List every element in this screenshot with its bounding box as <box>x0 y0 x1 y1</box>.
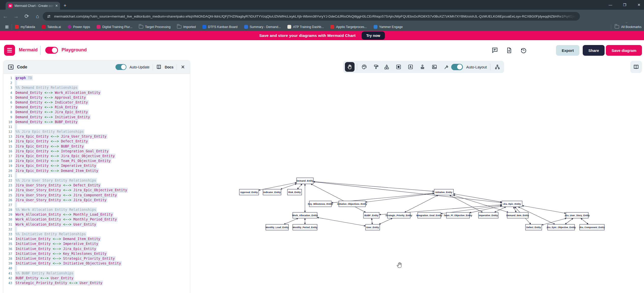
diagram-node-BUBF_Entity[interactable]: BUBF_Entity <box>363 212 379 218</box>
diagram-node-Risk_Entity[interactable]: Risk_Entity <box>287 189 302 195</box>
diagram-node-User_Entity[interactable]: User_Entity <box>365 224 380 230</box>
diagram-node-Demand_Item_Entity[interactable]: Demand_Item_Entity <box>506 212 529 218</box>
history-icon[interactable] <box>520 47 527 54</box>
code-line[interactable]: 5Demand_Entity <--> Approval_Entity <box>4 95 190 100</box>
url-bar[interactable]: mermaidchart.com/play?utm_source=mermaid… <box>43 12 580 21</box>
diagram-node-Team_Pi_Objective_Entity[interactable]: Team_Pi_Objective_Entity <box>444 212 472 218</box>
code-line[interactable]: 41%% BUBF Entity Relationships <box>4 271 190 276</box>
bookmark-item[interactable]: Apptio Targetproces... <box>330 25 367 29</box>
comments-icon[interactable] <box>491 47 498 54</box>
code-line[interactable]: 2 <box>4 80 190 85</box>
code-line[interactable]: 10Demand_Entity <--> BUBF_Entity <box>4 120 190 124</box>
diagram-node-Indicator_Entity[interactable]: Indicator_Entity <box>263 189 281 195</box>
auto-update-toggle[interactable] <box>115 64 126 70</box>
diagram-node-Jira_Component_Entity[interactable]: Jira_Component_Entity <box>579 224 605 230</box>
diagram-node-Initiative_Objectives_Entity[interactable]: Initiative_Objectives_Entity <box>337 201 367 207</box>
window-restore-button[interactable]: ❐ <box>622 3 627 7</box>
site-settings-icon[interactable] <box>47 14 51 19</box>
bookmark-item[interactable]: Takeda.ai <box>42 25 61 29</box>
pan-tool-button[interactable] <box>345 62 355 72</box>
diagram-node-Monthly_Period_Entity[interactable]: Monthly_Period_Entity <box>292 224 317 230</box>
code-line[interactable]: 8Demand_Entity <--> Jira_Epic_Entity <box>4 110 190 114</box>
code-line[interactable]: 12%% Jira Epic Entity Relationships <box>4 129 190 134</box>
code-line[interactable]: 34Initiative_Entity <--> Demand_Item_Ent… <box>4 237 190 241</box>
diagram-canvas[interactable]: Demand_EntityApproval_EntityIndicator_En… <box>190 60 644 293</box>
bookmark-item[interactable]: myTakeda <box>15 25 35 29</box>
code-line[interactable]: 22%% Jira User Story Entity Relationship… <box>4 178 190 183</box>
bookmark-item[interactable]: DTFS Kanban Board <box>202 25 238 29</box>
back-icon[interactable]: ← <box>0 13 11 19</box>
code-line[interactable]: 26Jira_User_Story_Entity <--> Jira_Epic_… <box>4 198 190 202</box>
window-minimize-button[interactable]: — <box>608 3 613 7</box>
code-line[interactable]: 16Jira_Epic_Entity <--> Integration_Goal… <box>4 149 190 154</box>
stamp-tool-button[interactable] <box>418 62 427 72</box>
save-diagram-button[interactable]: Save diagram <box>606 45 642 56</box>
apps-grid-icon[interactable] <box>3 25 11 29</box>
try-now-button[interactable]: Try now <box>362 32 385 40</box>
code-line[interactable]: 13Jira_Epic_Entity <--> Jira_User_Story_… <box>4 134 190 139</box>
diagram-node-Defect_Entity[interactable]: Defect_Entity <box>525 224 542 230</box>
diagram-node-Key_Milestones_Entity[interactable]: Key_Milestones_Entity <box>308 201 333 207</box>
bookmark-item[interactable]: ATP Training Dashb... <box>287 25 324 29</box>
diagram-node-Integration_Goal_Entity[interactable]: Integration_Goal_Entity <box>416 212 442 218</box>
diagram-node-Approval_Entity[interactable]: Approval_Entity <box>239 189 259 195</box>
bookmark-item[interactable]: Summary - Demand... <box>244 25 281 29</box>
code-line[interactable]: 32 <box>4 227 190 232</box>
auto-layout-toggle[interactable] <box>451 64 463 70</box>
bookmark-item[interactable]: Digital Training Plur... <box>97 25 132 29</box>
code-line[interactable]: 27 <box>4 202 190 207</box>
code-line[interactable]: 36Initiative_Entity <--> Jira_Epic_Entit… <box>4 246 190 251</box>
menu-hamburger-button[interactable] <box>4 45 15 56</box>
theme-palette-button[interactable] <box>359 62 369 72</box>
image-tool-button[interactable] <box>430 62 439 72</box>
diagram-node-Initiative_Entity[interactable]: Initiative_Entity <box>434 189 453 195</box>
reload-icon[interactable]: ⟳ <box>21 13 32 19</box>
code-line[interactable]: 4Demand_Entity <--> Work_Allocation_Enti… <box>4 90 190 95</box>
diagram-node-Demand_Entity[interactable]: Demand_Entity <box>297 178 313 184</box>
bookmark-item[interactable]: Yammer Engage <box>374 25 403 29</box>
bookmark-item[interactable]: Target Processing <box>139 25 170 29</box>
code-line[interactable]: 24Jira_User_Story_Entity <--> Jira_Epic_… <box>4 188 190 193</box>
code-editor[interactable]: 1graph TD2 3%% Demand Entity Relationshi… <box>4 74 190 293</box>
code-line[interactable]: 28%% Work Allocation Entity Relationship… <box>4 207 190 212</box>
code-line[interactable]: 25Jira_User_Story_Entity <--> Jira_Compo… <box>4 193 190 198</box>
diagram-node-Jira_Epic_Objective_Entity[interactable]: Jira_Epic_Objective_Entity <box>546 224 576 230</box>
code-line[interactable]: 29Work_Allocation_Entity <--> Monthly_Lo… <box>4 212 190 217</box>
home-icon[interactable]: ⌂ <box>32 13 43 19</box>
code-line[interactable]: 19Jira_Epic_Entity <--> Imperative_Entit… <box>4 163 190 168</box>
browser-tab[interactable]: M Mermaid Chart - Create compl ✕ <box>6 2 60 10</box>
forward-icon[interactable]: → <box>11 13 21 19</box>
code-line[interactable]: 43Strategic_Priority_Entity <--> User_En… <box>4 281 190 285</box>
code-line[interactable]: 17Jira_Epic_Entity <--> Jira_Epic_Object… <box>4 154 190 158</box>
diagram-node-Monthly_Load_Entity[interactable]: Monthly_Load_Entity <box>266 224 289 230</box>
cheatsheet-button[interactable] <box>630 61 642 73</box>
tab-close-icon[interactable]: ✕ <box>55 4 58 8</box>
code-line[interactable]: 20Jira_Epic_Entity <--> Demand_Item_Enti… <box>4 168 190 173</box>
code-line[interactable]: 15Jira_Epic_Entity <--> BUBF_Entity <box>4 144 190 149</box>
brand-logo[interactable]: Mermaid <box>19 47 38 53</box>
docs-label[interactable]: Docs <box>165 65 173 69</box>
code-line[interactable]: 40 <box>4 266 190 271</box>
code-line[interactable]: 23Jira_User_Story_Entity <--> Defect_Ent… <box>4 183 190 188</box>
code-line[interactable]: 18Jira_Epic_Entity <--> Team_Pi_Objectiv… <box>4 158 190 163</box>
code-line[interactable]: 7Demand_Entity <--> Risk_Entity <box>4 105 190 110</box>
frame-tool-button[interactable] <box>394 62 403 72</box>
bookmark-item[interactable]: Power Apps <box>68 25 90 29</box>
code-line[interactable]: 38Initiative_Entity <--> Strategic_Prior… <box>4 256 190 261</box>
code-line[interactable]: 6Demand_Entity <--> Indicator_Entity <box>4 100 190 105</box>
code-line[interactable]: 9Demand_Entity <--> Initiative_Entity <box>4 115 190 120</box>
code-line[interactable]: 33%% Initiative Entity Relationships <box>4 232 190 237</box>
code-line[interactable]: 21 <box>4 173 190 178</box>
share-button[interactable]: Share <box>583 45 605 56</box>
layout-tree-button[interactable] <box>493 62 502 72</box>
export-button[interactable]: Export <box>556 45 579 56</box>
code-line[interactable]: 39Initiative_Entity <--> Initiative_Obje… <box>4 261 190 266</box>
diagram-node-Imperative_Entity[interactable]: Imperative_Entity <box>478 212 498 218</box>
diagram-node-Jira_User_Story_Entity[interactable]: Jira_User_Story_Entity <box>564 212 590 218</box>
playground-toggle[interactable] <box>45 47 58 54</box>
code-line[interactable]: 31Work_Allocation_Entity <--> User_Entit… <box>4 222 190 227</box>
diagram-node-Strategic_Priority_Entity[interactable]: Strategic_Priority_Entity <box>385 212 412 218</box>
code-line[interactable]: 35Initiative_Entity <--> Imperative_Enti… <box>4 241 190 246</box>
diagram-node-Work_Allocation_Entity[interactable]: Work_Allocation_Entity <box>292 212 318 218</box>
code-line[interactable]: 30Work_Allocation_Entity <--> Monthly_Pe… <box>4 217 190 222</box>
